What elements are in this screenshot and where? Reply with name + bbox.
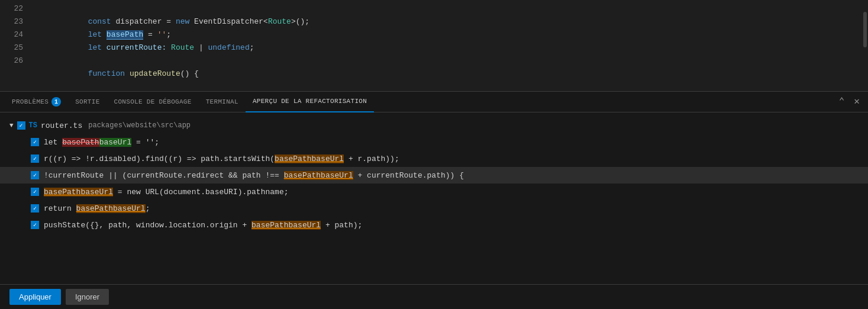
change-snippet-5: return basePathbaseUrl;: [44, 204, 150, 213]
change-checkbox-5[interactable]: [31, 204, 39, 213]
combined-text: basePathbaseUrl: [275, 154, 344, 163]
new-text: baseUrl: [99, 138, 132, 147]
code-token: [125, 69, 130, 78]
code-line-24: 24 let currentRoute: Route | undefined;: [0, 28, 868, 41]
file-checkbox[interactable]: [17, 121, 25, 130]
code-token: Route: [268, 17, 291, 26]
code-token: undefined: [208, 43, 250, 52]
tab-output[interactable]: SORTIE: [68, 92, 107, 112]
code-line-23: 23 let basePath = '';: [0, 15, 868, 28]
code-line-26: 26 function updateRoute() {: [0, 54, 868, 67]
code-line-22: 22 const dispatcher = new EventDispatche…: [0, 2, 868, 15]
change-row-1: let basePathbaseUrl = '';: [0, 134, 868, 150]
code-token: function: [88, 69, 125, 78]
tab-debug-label: CONSOLE DE DÉBOGAGE: [114, 98, 192, 105]
line-number: 24: [0, 28, 33, 41]
collapse-panel-button[interactable]: ⌃: [835, 96, 848, 108]
tab-bar: PROBLÈMES 1 SORTIE CONSOLE DE DÉBOGAGE T…: [0, 92, 868, 112]
change-checkbox-2[interactable]: [31, 154, 39, 163]
tab-refactor[interactable]: APERÇU DE LA REFACTORISATION: [246, 92, 374, 112]
combined-text: basePathbaseUrl: [44, 188, 113, 197]
close-panel-button[interactable]: ✕: [850, 96, 863, 108]
code-token: let: [88, 43, 102, 52]
tab-problems[interactable]: PROBLÈMES 1: [5, 92, 68, 112]
line-number: 25: [0, 41, 33, 54]
change-row-5: return basePathbaseUrl;: [0, 200, 868, 217]
ignore-button[interactable]: Ignorer: [66, 289, 109, 305]
code-token: [69, 43, 88, 52]
tab-debug[interactable]: CONSOLE DE DÉBOGAGE: [107, 92, 199, 112]
tab-output-label: SORTIE: [75, 98, 99, 105]
code-token: () {: [180, 69, 199, 78]
tab-terminal-label: TERMINAL: [206, 98, 238, 105]
code-editor: 22 const dispatcher = new EventDispatche…: [0, 0, 868, 92]
code-token: |: [194, 43, 208, 52]
code-token: Route: [171, 43, 194, 52]
panel: PROBLÈMES 1 SORTIE CONSOLE DE DÉBOGAGE T…: [0, 92, 868, 309]
line-number: 22: [0, 2, 33, 15]
code-lines: 22 const dispatcher = new EventDispatche…: [0, 0, 868, 70]
change-snippet-1: let basePathbaseUrl = '';: [44, 138, 159, 147]
tab-actions: ⌃ ✕: [835, 96, 863, 108]
chevron-down-icon: ▼: [9, 122, 14, 129]
change-checkbox-3[interactable]: [31, 171, 39, 179]
filepath: packages\website\src\app: [88, 121, 191, 130]
old-text: basePath: [62, 138, 99, 147]
apply-button[interactable]: Appliquer: [9, 289, 61, 305]
change-snippet-3: !currentRoute || (currentRoute.redirect …: [44, 171, 464, 180]
tab-problems-badge: 1: [51, 97, 61, 107]
code-token: [69, 69, 88, 78]
line-content: function updateRoute() {: [33, 54, 199, 92]
code-token: >();: [291, 17, 309, 26]
file-header-row: ▼ TS router.ts packages\website\src\app: [0, 117, 868, 134]
panel-footer: Appliquer Ignorer: [0, 284, 868, 309]
code-token: EventDispatcher<: [189, 17, 268, 26]
combined-text: basePathbaseUrl: [284, 171, 353, 180]
line-number: 26: [0, 54, 33, 67]
change-checkbox-4[interactable]: [31, 188, 39, 196]
code-token: new: [176, 17, 189, 26]
line-number: 23: [0, 15, 33, 28]
combined-text: basePathbaseUrl: [76, 204, 146, 213]
filename: router.ts: [41, 121, 82, 130]
scrollbar-track[interactable]: [862, 0, 868, 91]
change-snippet-6: pushState({}, path, window.location.orig…: [44, 221, 362, 230]
change-row-2: r((r) => !r.disabled).find((r) => path.s…: [0, 150, 868, 167]
change-checkbox-1[interactable]: [31, 138, 39, 146]
change-snippet-2: r((r) => !r.disabled).find((r) => path.s…: [44, 154, 399, 163]
scrollbar-thumb[interactable]: [863, 12, 867, 47]
tab-terminal[interactable]: TERMINAL: [199, 92, 246, 112]
combined-text: basePathbaseUrl: [251, 221, 321, 230]
change-row-3: !currentRoute || (currentRoute.redirect …: [0, 167, 868, 184]
code-token: currentRoute:: [102, 43, 171, 52]
code-token: ;: [250, 43, 254, 52]
change-row-4: basePathbaseUrl = new URL(document.baseU…: [0, 184, 868, 200]
change-checkbox-6[interactable]: [31, 221, 39, 229]
ts-badge: TS: [29, 121, 37, 130]
panel-content: ▼ TS router.ts packages\website\src\app …: [0, 112, 868, 284]
tab-refactor-label: APERÇU DE LA REFACTORISATION: [253, 98, 367, 105]
code-token: updateRoute: [130, 69, 180, 78]
change-snippet-4: basePathbaseUrl = new URL(document.baseU…: [44, 188, 288, 197]
change-row-6: pushState({}, path, window.location.orig…: [0, 217, 868, 233]
tab-problems-label: PROBLÈMES: [12, 98, 49, 105]
